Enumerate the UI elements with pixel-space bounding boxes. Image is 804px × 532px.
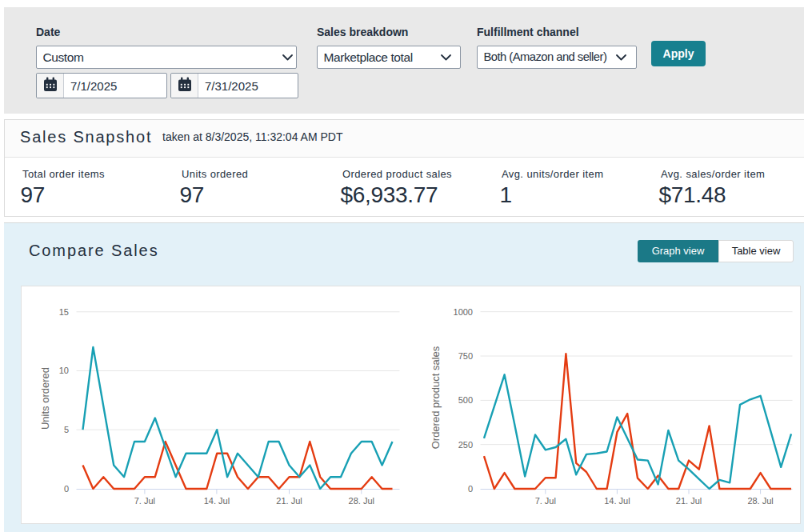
svg-text:14. Jul: 14. Jul xyxy=(204,496,230,506)
svg-text:1000: 1000 xyxy=(454,307,473,317)
svg-text:28. Jul: 28. Jul xyxy=(349,496,374,506)
svg-text:0: 0 xyxy=(64,484,69,494)
svg-text:10: 10 xyxy=(59,366,69,375)
svg-text:Units ordered: Units ordered xyxy=(39,367,51,430)
svg-text:7. Jul: 7. Jul xyxy=(535,496,556,506)
svg-text:750: 750 xyxy=(458,351,473,361)
svg-text:21. Jul: 21. Jul xyxy=(676,496,702,506)
svg-text:28. Jul: 28. Jul xyxy=(747,496,773,506)
svg-text:14. Jul: 14. Jul xyxy=(604,496,630,506)
svg-text:Ordered product sales: Ordered product sales xyxy=(430,346,442,449)
svg-text:500: 500 xyxy=(458,395,473,405)
svg-text:0: 0 xyxy=(468,484,473,494)
svg-text:250: 250 xyxy=(458,440,473,450)
svg-text:7. Jul: 7. Jul xyxy=(134,496,155,506)
svg-text:15: 15 xyxy=(59,307,69,317)
svg-text:21. Jul: 21. Jul xyxy=(276,496,302,506)
svg-text:5: 5 xyxy=(64,425,69,434)
